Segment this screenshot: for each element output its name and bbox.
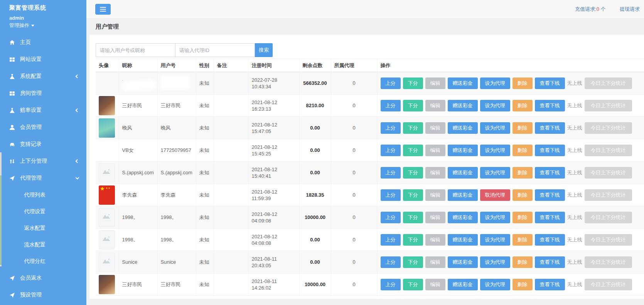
delete-button[interactable]: 删除 [513, 189, 533, 201]
today-stats-button[interactable]: 今日上下分统计 [585, 167, 632, 179]
view-downline-button[interactable]: 查看下线 [535, 256, 565, 268]
sidebar-item-网站设置[interactable]: 网站设置 [0, 51, 86, 68]
gift-bonus-button[interactable]: 赠送彩金 [448, 167, 478, 179]
today-stats-button[interactable]: 今日上下分统计 [585, 100, 632, 111]
view-downline-button[interactable]: 查看下线 [535, 145, 565, 156]
edit-button[interactable]: 编辑 [425, 189, 445, 201]
delete-button[interactable]: 删除 [513, 100, 533, 111]
set-agent-button[interactable]: 设为代理 [480, 78, 510, 89]
add-points-button[interactable]: 上分 [381, 234, 401, 246]
gift-bonus-button[interactable]: 赠送彩金 [448, 189, 478, 201]
set-agent-button[interactable]: 设为代理 [480, 212, 510, 223]
deduct-points-button[interactable]: 下分 [403, 234, 423, 246]
today-stats-button[interactable]: 今日上下分统计 [585, 189, 632, 201]
view-downline-button[interactable]: 查看下线 [535, 78, 565, 89]
sidebar-scrollbar[interactable] [0, 152, 2, 266]
add-points-button[interactable]: 上分 [381, 78, 401, 89]
sidebar-item-主页[interactable]: 主页 [0, 34, 86, 51]
today-stats-button[interactable]: 今日上下分统计 [585, 279, 632, 290]
sidebar-item-上下分管理[interactable]: 上下分管理 [0, 153, 86, 170]
search-button[interactable]: 搜索 [255, 43, 273, 57]
agent-id-search-input[interactable] [175, 43, 255, 57]
sidebar-item-房间管理[interactable]: 房间管理 [0, 85, 86, 102]
delete-button[interactable]: 删除 [513, 256, 533, 268]
add-points-button[interactable]: 上分 [381, 189, 401, 201]
add-points-button[interactable]: 上分 [381, 212, 401, 223]
view-downline-button[interactable]: 查看下线 [535, 189, 565, 201]
deduct-points-button[interactable]: 下分 [403, 279, 423, 290]
add-points-button[interactable]: 上分 [381, 145, 401, 156]
set-agent-button[interactable]: 设为代理 [480, 100, 510, 111]
edit-button[interactable]: 编辑 [425, 256, 445, 268]
recharge-requests-link[interactable]: 充值请求:0 个 [575, 6, 605, 13]
edit-button[interactable]: 编辑 [425, 100, 445, 111]
today-stats-button[interactable]: 今日上下分统计 [585, 122, 632, 134]
edit-button[interactable]: 编辑 [425, 167, 445, 179]
sidebar-scrollbar-thumb[interactable] [0, 175, 2, 265]
sidebar-toggle-button[interactable] [95, 4, 111, 15]
delete-button[interactable]: 删除 [513, 78, 533, 89]
deduct-points-button[interactable]: 下分 [403, 212, 423, 223]
gift-bonus-button[interactable]: 赠送彩金 [448, 256, 478, 268]
delete-button[interactable]: 删除 [513, 212, 533, 223]
today-stats-button[interactable]: 今日上下分统计 [585, 256, 632, 268]
add-points-button[interactable]: 上分 [381, 167, 401, 179]
sidebar-item-预设管理[interactable]: 预设管理 [0, 286, 86, 303]
deduct-points-button[interactable]: 下分 [403, 122, 423, 134]
edit-button[interactable]: 编辑 [425, 122, 445, 134]
user-search-input[interactable] [96, 43, 175, 57]
set-agent-button[interactable]: 设为代理 [480, 145, 510, 156]
gift-bonus-button[interactable]: 赠送彩金 [448, 145, 478, 156]
cancel-agent-button[interactable]: 取消代理 [480, 189, 510, 201]
delete-button[interactable]: 删除 [513, 234, 533, 246]
add-points-button[interactable]: 上分 [381, 256, 401, 268]
delete-button[interactable]: 删除 [513, 279, 533, 290]
edit-button[interactable]: 编辑 [425, 234, 445, 246]
view-downline-button[interactable]: 查看下线 [535, 234, 565, 246]
deduct-points-button[interactable]: 下分 [403, 189, 423, 201]
today-stats-button[interactable]: 今日上下分统计 [585, 212, 632, 223]
gift-bonus-button[interactable]: 赠送彩金 [448, 78, 478, 89]
set-agent-button[interactable]: 设为代理 [480, 256, 510, 268]
today-stats-button[interactable]: 今日上下分统计 [585, 78, 632, 89]
deduct-points-button[interactable]: 下分 [403, 100, 423, 111]
today-stats-button[interactable]: 今日上下分统计 [585, 234, 632, 246]
gift-bonus-button[interactable]: 赠送彩金 [448, 212, 478, 223]
deduct-points-button[interactable]: 下分 [403, 256, 423, 268]
add-points-button[interactable]: 上分 [381, 279, 401, 290]
delete-button[interactable]: 删除 [513, 145, 533, 156]
admin-operations-dropdown[interactable]: 管理操作 [0, 21, 86, 29]
gift-bonus-button[interactable]: 赠送彩金 [448, 122, 478, 134]
sidebar-item-代理管理[interactable]: 代理管理 [0, 170, 86, 187]
deduct-points-button[interactable]: 下分 [403, 145, 423, 156]
delete-button[interactable]: 删除 [513, 167, 533, 179]
gift-bonus-button[interactable]: 赠送彩金 [448, 100, 478, 111]
set-agent-button[interactable]: 设为代理 [480, 122, 510, 134]
sidebar-item-会员管理[interactable]: 会员管理 [0, 119, 86, 136]
view-downline-button[interactable]: 查看下线 [535, 167, 565, 179]
view-downline-button[interactable]: 查看下线 [535, 279, 565, 290]
sidebar-subitem-流水配置[interactable]: 流水配置 [0, 236, 86, 253]
withdraw-requests-link[interactable]: 提现请求 [620, 6, 640, 13]
sidebar-item-会员返水[interactable]: 会员返水 [0, 270, 86, 286]
gift-bonus-button[interactable]: 赠送彩金 [448, 279, 478, 290]
sidebar-subitem-返水配置[interactable]: 返水配置 [0, 220, 86, 236]
view-downline-button[interactable]: 查看下线 [535, 100, 565, 111]
set-agent-button[interactable]: 设为代理 [480, 167, 510, 179]
deduct-points-button[interactable]: 下分 [403, 167, 423, 179]
edit-button[interactable]: 编辑 [425, 145, 445, 156]
set-agent-button[interactable]: 设为代理 [480, 234, 510, 246]
sidebar-subitem-代理分红[interactable]: 代理分红 [0, 253, 86, 270]
add-points-button[interactable]: 上分 [381, 122, 401, 134]
sidebar-item-竞猜记录[interactable]: 竞猜记录 [0, 136, 86, 153]
view-downline-button[interactable]: 查看下线 [535, 122, 565, 134]
edit-button[interactable]: 编辑 [425, 279, 445, 290]
set-agent-button[interactable]: 设为代理 [480, 279, 510, 290]
edit-button[interactable]: 编辑 [425, 212, 445, 223]
gift-bonus-button[interactable]: 赠送彩金 [448, 234, 478, 246]
today-stats-button[interactable]: 今日上下分统计 [585, 145, 632, 156]
view-downline-button[interactable]: 查看下线 [535, 212, 565, 223]
delete-button[interactable]: 删除 [513, 122, 533, 134]
sidebar-subitem-代理列表[interactable]: 代理列表 [0, 187, 86, 203]
sidebar-item-系统配置[interactable]: 系统配置 [0, 68, 86, 85]
